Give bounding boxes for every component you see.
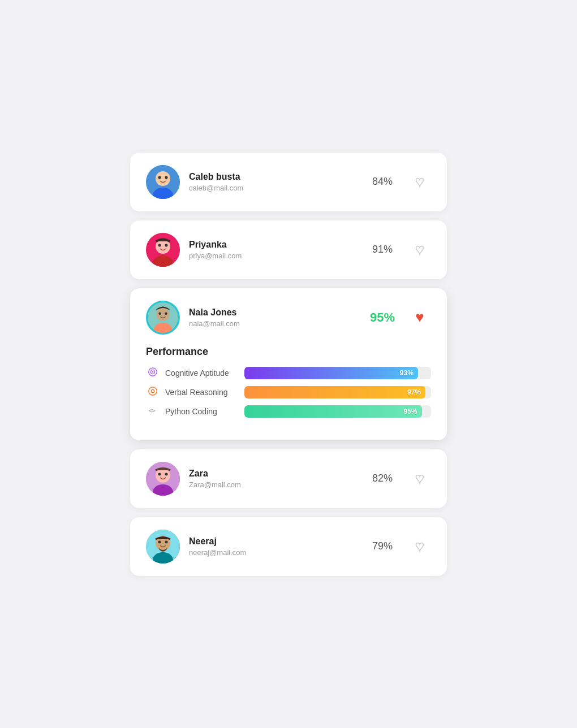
user-score: 79% [365, 540, 399, 552]
heart-icon[interactable]: ♥ [408, 241, 431, 258]
svg-point-19 [151, 389, 154, 392]
user-card-priyanka: Priyanka priya@mail.com 91% ♥ [130, 220, 447, 279]
user-email: neeraj@mail.com [189, 548, 356, 557]
performance-title: Performance [146, 346, 431, 358]
svg-point-30 [165, 540, 168, 543]
card-row: Zara Zara@mail.com 82% ♥ [146, 462, 431, 496]
user-card-caleb: Caleb busta caleb@mail.com 84% ♥ [130, 153, 447, 211]
avatar-priyanka [146, 233, 180, 267]
user-info: Zara Zara@mail.com [189, 469, 356, 489]
svg-point-11 [156, 307, 169, 320]
avatar-neeraj [146, 530, 180, 564]
user-name: Nala Jones [189, 307, 356, 318]
user-info: Caleb busta caleb@mail.com [189, 172, 356, 192]
skill-bar: 93% [244, 367, 431, 379]
heart-icon[interactable]: ♥ [408, 470, 431, 487]
card-row: Priyanka priya@mail.com 91% ♥ [146, 233, 431, 267]
user-email: caleb@mail.com [189, 184, 356, 192]
skill-label: Verbal Reasoning [165, 388, 239, 397]
svg-point-18 [149, 387, 157, 395]
svg-point-4 [165, 176, 168, 179]
card-row: Nala Jones nala@mail.com 95% ♥ [146, 301, 431, 335]
avatar-zara [146, 462, 180, 496]
svg-point-17 [152, 371, 154, 372]
user-card-nala: Nala Jones nala@mail.com 95% ♥ Performan… [130, 288, 447, 440]
user-info: Neeraj neeraj@mail.com [189, 536, 356, 557]
heart-icon[interactable]: ♥ [408, 538, 431, 555]
svg-point-3 [158, 176, 161, 179]
skill-pct: 97% [407, 388, 421, 396]
skill-row: <> Python Coding 95% [146, 405, 431, 418]
svg-point-1 [156, 171, 170, 186]
python-icon: <> [146, 405, 160, 418]
user-name: Caleb busta [189, 172, 356, 182]
svg-point-9 [165, 244, 168, 246]
performance-section: Performance Cognitive Aptitude 93% [146, 346, 431, 418]
user-name: Priyanka [189, 240, 356, 250]
avatar-caleb [146, 165, 180, 199]
user-score: 84% [365, 176, 399, 188]
skill-bar: 97% [244, 386, 431, 398]
heart-icon[interactable]: ♥ [408, 173, 431, 190]
svg-point-29 [158, 540, 161, 543]
user-email: nala@mail.com [189, 319, 356, 328]
user-list: Caleb busta caleb@mail.com 84% ♥ Priyank… [130, 153, 447, 576]
user-info: Nala Jones nala@mail.com [189, 307, 356, 328]
user-card-zara: Zara Zara@mail.com 82% ♥ [130, 449, 447, 508]
user-name: Zara [189, 469, 356, 479]
user-info: Priyanka priya@mail.com [189, 240, 356, 260]
svg-text:<>: <> [149, 407, 156, 413]
skill-pct: 93% [400, 369, 414, 377]
verbal-icon [146, 386, 160, 398]
svg-point-8 [158, 244, 161, 246]
skill-pct: 95% [403, 408, 417, 415]
skill-bar: 95% [244, 405, 431, 418]
svg-point-25 [165, 473, 168, 475]
user-score: 95% [365, 310, 399, 325]
user-score: 82% [365, 473, 399, 484]
skill-row: Verbal Reasoning 97% [146, 386, 431, 398]
card-row: Neeraj neeraj@mail.com 79% ♥ [146, 530, 431, 564]
skill-label: Cognitive Aptitude [165, 369, 239, 378]
avatar-nala [146, 301, 180, 335]
cognitive-icon [146, 367, 160, 379]
heart-icon[interactable]: ♥ [408, 309, 431, 326]
svg-point-13 [158, 312, 161, 315]
user-email: priya@mail.com [189, 252, 356, 260]
svg-point-14 [165, 312, 167, 315]
skill-row: Cognitive Aptitude 93% [146, 367, 431, 379]
user-email: Zara@mail.com [189, 480, 356, 489]
skill-label: Python Coding [165, 407, 239, 416]
user-card-neeraj: Neeraj neeraj@mail.com 79% ♥ [130, 517, 447, 576]
card-row: Caleb busta caleb@mail.com 84% ♥ [146, 165, 431, 199]
svg-point-24 [158, 473, 161, 475]
user-score: 91% [365, 244, 399, 255]
user-name: Neeraj [189, 536, 356, 547]
